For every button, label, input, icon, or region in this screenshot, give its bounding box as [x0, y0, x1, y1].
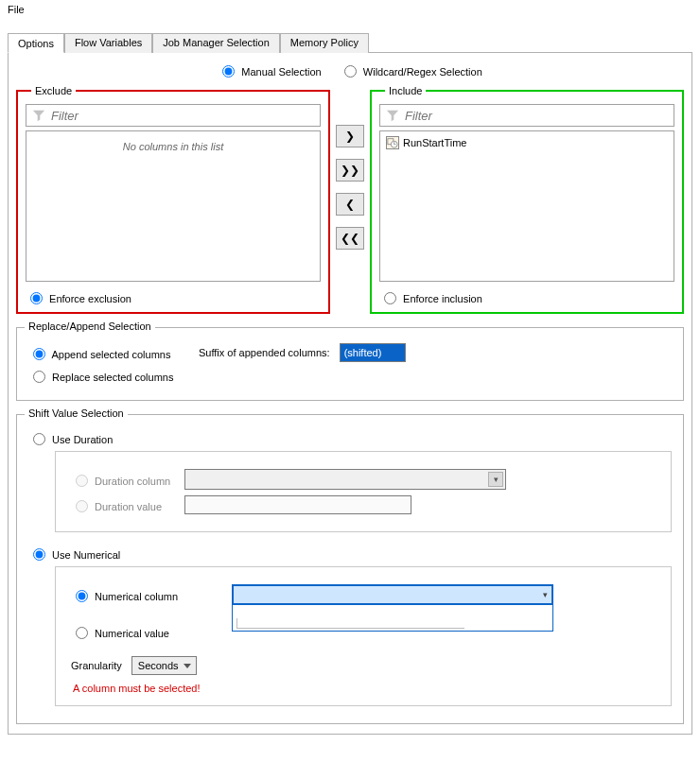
tab-flow-variables[interactable]: Flow Variables [64, 33, 152, 53]
numerical-value-input[interactable] [76, 627, 88, 639]
duration-value-input [76, 500, 88, 512]
append-columns-label: Append selected columns [51, 349, 170, 360]
use-numerical-label: Use Numerical [52, 549, 120, 561]
radio-duration-column: Duration column [71, 472, 175, 487]
include-list[interactable]: RunStartTime [379, 130, 674, 282]
duration-inner-group: Duration column ▾ Duration value [55, 451, 672, 532]
exclude-legend: Exclude [31, 85, 76, 96]
replace-columns-input[interactable] [33, 371, 45, 383]
radio-enforce-inclusion[interactable]: Enforce inclusion [379, 293, 482, 304]
duration-column-input [76, 475, 88, 487]
granularity-label: Granularity [71, 660, 122, 671]
duration-value-label: Duration value [95, 501, 162, 512]
exclude-list[interactable]: No columns in this list [26, 130, 321, 282]
use-duration-label: Use Duration [52, 434, 113, 445]
numerical-inner-group: Numerical column ▾ Numerical value Granu… [55, 566, 672, 706]
radio-wildcard-selection[interactable]: Wildcard/Regex Selection [340, 66, 482, 78]
radio-numerical-column[interactable]: Numerical column [71, 584, 222, 602]
granularity-value: Seconds [138, 660, 179, 671]
radio-append-columns[interactable]: Append selected columns [28, 345, 189, 360]
replace-append-group: Replace/Append Selection Append selected… [16, 327, 684, 401]
exclude-filter-box[interactable] [26, 104, 321, 127]
radio-numerical-value[interactable]: Numerical value [71, 624, 222, 639]
move-all-right-button[interactable]: ❯❯ [336, 159, 364, 182]
enforce-inclusion-input[interactable] [384, 292, 396, 304]
numerical-column-input[interactable] [76, 590, 88, 602]
numerical-column-select[interactable]: ▾ [232, 584, 553, 605]
include-legend: Include [385, 85, 426, 96]
move-right-button[interactable]: ❯ [336, 125, 364, 147]
error-message: A column must be selected! [73, 683, 656, 694]
duration-column-select: ▾ [184, 469, 506, 490]
append-columns-input[interactable] [33, 348, 45, 360]
replace-columns-label: Replace selected columns [52, 372, 173, 383]
use-numerical-input[interactable] [33, 548, 45, 561]
numerical-column-label: Numerical column [95, 591, 178, 602]
duration-value-field [184, 495, 411, 514]
radio-use-numerical[interactable]: Use Numerical [28, 546, 120, 561]
tab-memory-policy[interactable]: Memory Policy [280, 33, 369, 53]
shift-value-title: Shift Value Selection [25, 407, 128, 419]
enforce-exclusion-input[interactable] [30, 292, 43, 304]
options-panel: Manual Selection Wildcard/Regex Selectio… [8, 53, 692, 735]
radio-replace-columns[interactable]: Replace selected columns [28, 368, 173, 383]
granularity-select[interactable]: Seconds [131, 656, 197, 675]
include-group: Include RunStartTime Enforce inclusion [370, 85, 684, 314]
shift-value-group: Shift Value Selection Use Duration Durat… [16, 414, 684, 724]
radio-wildcard-input[interactable] [344, 65, 357, 78]
list-item-label: RunStartTime [403, 137, 466, 148]
radio-wildcard-label: Wildcard/Regex Selection [363, 66, 482, 78]
numerical-column-dropdown-list[interactable] [232, 605, 553, 632]
menu-file[interactable]: File [4, 2, 28, 17]
filter-icon [386, 109, 399, 122]
tab-bar: Options Flow Variables Job Manager Selec… [8, 32, 692, 53]
tab-job-manager[interactable]: Job Manager Selection [152, 33, 280, 53]
filter-icon [32, 109, 45, 122]
exclude-filter-input[interactable] [49, 108, 314, 124]
tab-options[interactable]: Options [8, 33, 64, 53]
move-all-left-button[interactable]: ❮❮ [336, 227, 364, 250]
chevron-down-icon: ▾ [488, 472, 503, 487]
include-filter-input[interactable] [403, 108, 668, 124]
datetime-column-icon [386, 136, 399, 149]
radio-manual-label: Manual Selection [241, 66, 321, 78]
enforce-inclusion-label: Enforce inclusion [403, 293, 482, 304]
exclude-group: Exclude No columns in this list Enforce … [16, 85, 330, 314]
use-duration-input[interactable] [33, 433, 45, 445]
radio-use-duration[interactable]: Use Duration [28, 430, 113, 445]
list-item[interactable]: RunStartTime [384, 135, 670, 150]
duration-column-label: Duration column [95, 476, 170, 487]
radio-manual-input[interactable] [222, 65, 235, 78]
radio-manual-selection[interactable]: Manual Selection [218, 66, 324, 78]
chevron-down-icon: ▾ [543, 590, 548, 599]
transfer-buttons: ❯ ❯❯ ❮ ❮❮ [336, 85, 364, 314]
suffix-input[interactable] [340, 343, 406, 362]
suffix-label: Suffix of appended columns: [199, 347, 330, 358]
radio-duration-value: Duration value [71, 497, 175, 512]
move-left-button[interactable]: ❮ [336, 193, 364, 216]
include-filter-box[interactable] [379, 104, 674, 127]
exclude-empty-message: No columns in this list [30, 141, 316, 152]
numerical-value-label: Numerical value [95, 628, 169, 639]
replace-append-title: Replace/Append Selection [25, 320, 155, 332]
enforce-exclusion-label: Enforce exclusion [49, 293, 131, 304]
radio-enforce-exclusion[interactable]: Enforce exclusion [26, 293, 131, 304]
